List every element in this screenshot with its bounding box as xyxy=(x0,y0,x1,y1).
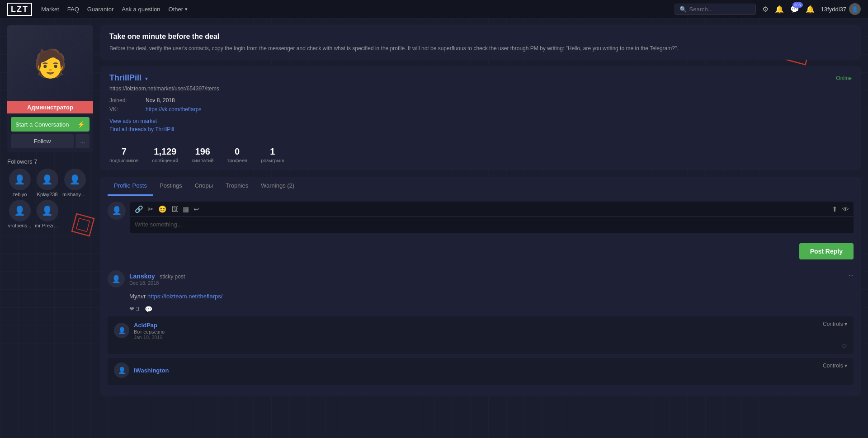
sub-comment-header: 👤 iWashington Controls ▾ xyxy=(114,363,847,378)
online-status: Online xyxy=(836,75,852,81)
undo-icon[interactable]: ↩ xyxy=(193,205,199,213)
list-item[interactable]: 👤 mishanya... xyxy=(62,169,87,197)
upload-icon[interactable]: ⬆ xyxy=(832,205,838,213)
follower-avatar: 👤 xyxy=(37,200,58,221)
follow-button[interactable]: Follow xyxy=(11,134,74,148)
username-display: 13fyddi37 xyxy=(821,6,846,13)
sub-comment-user-info: iWashington xyxy=(134,366,169,374)
editor-toolbar: 🔗 ✂ 😊 🖼 ▦ ↩ ⬆ 👁 xyxy=(130,202,854,217)
editor-textarea-wrap: 🔗 ✂ 😊 🖼 ▦ ↩ ⬆ 👁 Write something... xyxy=(130,202,854,233)
search-icon: 🔍 xyxy=(679,6,687,13)
stat-number: 1,129 xyxy=(154,146,176,157)
settings-icon[interactable]: ⚙ xyxy=(762,5,769,14)
joined-row: Joined: Nov 8, 2018 xyxy=(109,97,852,104)
emoji-icon[interactable]: 😊 xyxy=(158,205,167,213)
tab-warnings[interactable]: Warnings (2) xyxy=(255,177,301,196)
sub-comment-controls[interactable]: Controls ▾ xyxy=(823,363,847,369)
user-avatar: 👤 xyxy=(849,3,861,15)
user-menu[interactable]: 13fyddi37 👤 xyxy=(821,3,861,15)
like-button[interactable]: ❤ 3 xyxy=(129,306,139,312)
bell-icon[interactable]: 🔔 xyxy=(806,5,815,14)
follower-avatar: 👤 xyxy=(9,169,31,190)
tab-profile-posts[interactable]: Profile Posts xyxy=(108,177,153,196)
sub-comment-controls[interactable]: Controls ▾ xyxy=(823,321,847,327)
follower-avatar: 👤 xyxy=(64,169,86,190)
messages-badge: 205 xyxy=(793,2,803,8)
joined-label: Joined: xyxy=(109,97,137,104)
nav-market[interactable]: Market xyxy=(41,6,59,13)
nav-other-dropdown[interactable]: Other ▾ xyxy=(169,6,188,13)
site-logo[interactable]: LZT xyxy=(7,3,32,16)
post-date: Dec 18, 2018 xyxy=(129,280,185,286)
search-input[interactable] xyxy=(689,6,753,13)
search-bar[interactable]: 🔍 xyxy=(675,4,756,15)
start-conversation-button[interactable]: Start a Conversation ⚡ xyxy=(11,117,90,132)
tab-postings[interactable]: Postings xyxy=(153,177,189,196)
stat-label: сообщений xyxy=(152,158,179,163)
nav-faq[interactable]: FAQ xyxy=(67,6,79,13)
lightning-icon: ⚡ xyxy=(77,121,85,128)
sub-comment-user-info: AcidPap Вот серьёзно Jan 10, 2019 xyxy=(134,321,165,340)
list-item[interactable]: 👤 Kplay238 xyxy=(35,169,60,197)
follower-name: Kplay238 xyxy=(37,192,58,197)
followers-title: Followers 7 xyxy=(7,158,93,165)
post-body-link[interactable]: https://lolzteam.net/theflarps/ xyxy=(147,293,222,300)
notice-text: Before the deal, verify the user's conta… xyxy=(109,44,852,52)
profile-username-row: ThrillPill ▾ Online xyxy=(109,73,852,83)
list-item[interactable]: 👤 zebiyo xyxy=(7,169,32,197)
tab-disputes[interactable]: Споры xyxy=(189,177,219,196)
reply-editor: 👤 🔗 ✂ 😊 🖼 ▦ ↩ ⬆ 👁 W xyxy=(100,196,861,239)
vk-value[interactable]: https://vk.com/theflarps xyxy=(146,106,201,113)
post-username[interactable]: Lanskoy xyxy=(129,273,155,280)
stat-giveaways: 1 розыгрыш xyxy=(261,146,284,163)
posts-container: 👤 Lanskoy sticky post Dec 18, 2018 ... xyxy=(100,264,861,396)
editor-placeholder[interactable]: Write something... xyxy=(130,217,854,232)
profile-username[interactable]: ThrillPill xyxy=(109,73,142,82)
profile-avatar: 🧑 xyxy=(7,25,93,101)
stat-number: 7 xyxy=(122,146,127,157)
vk-row: VK: https://vk.com/theflarps xyxy=(109,106,852,113)
follower-name: vrotberis... xyxy=(8,223,31,228)
post-controls-button[interactable]: ... xyxy=(849,270,854,277)
post-body: Мульт https://lolzteam.net/theflarps/ xyxy=(129,292,854,301)
follower-avatar: 👤 xyxy=(37,169,58,190)
messages-icon[interactable]: 💬 205 xyxy=(790,5,799,14)
comment-icon[interactable]: 💬 xyxy=(145,306,152,313)
left-sidebar: 🧑 Администратор Start a Conversation ⚡ F… xyxy=(7,25,93,402)
chevron-down-icon: ▾ xyxy=(844,363,847,369)
sub-comment-like-button[interactable]: ♡ xyxy=(841,343,847,350)
nav-ask-question[interactable]: Ask a question xyxy=(122,6,160,13)
post-header: 👤 Lanskoy sticky post Dec 18, 2018 ... xyxy=(108,270,854,287)
nav-guarantor[interactable]: Guarantor xyxy=(87,6,114,13)
notifications-icon[interactable]: 🔔 xyxy=(775,5,784,14)
stat-subscribers: 7 подписчиков xyxy=(109,146,139,163)
more-options-button[interactable]: ... xyxy=(75,134,90,148)
profile-username-group: ThrillPill ▾ xyxy=(109,73,148,83)
table-icon[interactable]: ▦ xyxy=(183,205,189,213)
heart-icon: ❤ xyxy=(129,306,134,312)
preview-icon[interactable]: 👁 xyxy=(842,205,849,213)
view-ads-link[interactable]: View ads on market xyxy=(109,118,852,124)
link-icon[interactable]: 🔗 xyxy=(135,205,143,213)
editor-body: 👤 🔗 ✂ 😊 🖼 ▦ ↩ ⬆ 👁 W xyxy=(108,202,854,233)
list-item[interactable]: 👤 vrotberis... xyxy=(7,200,32,228)
image-icon[interactable]: 🖼 xyxy=(171,205,178,213)
find-threads-link[interactable]: Find all threads by ThrillPill xyxy=(109,126,852,132)
post-reply-button[interactable]: Post Reply xyxy=(799,243,854,259)
list-item[interactable]: 👤 mr Prezid... xyxy=(35,200,60,228)
sub-comment-username[interactable]: iWashington xyxy=(134,367,169,374)
tab-trophies[interactable]: Trophies xyxy=(219,177,255,196)
table-row: 👤 AcidPap Вот серьёзно Jan 10, 2019 Cont… xyxy=(108,316,854,354)
tabs-row: Profile Posts Postings Споры Trophies Wa… xyxy=(100,177,861,196)
action-buttons: Start a Conversation ⚡ Follow ... xyxy=(7,113,93,152)
vk-label: VK: xyxy=(109,106,137,113)
like-count: 3 xyxy=(136,306,139,312)
sub-comment-username[interactable]: AcidPap xyxy=(134,322,157,329)
joined-value: Nov 8, 2018 xyxy=(146,97,175,104)
follow-row: Follow ... xyxy=(11,134,90,148)
stat-messages: 1,129 сообщений xyxy=(152,146,179,163)
scissors-icon[interactable]: ✂ xyxy=(148,205,154,213)
sub-comment-avatar: 👤 xyxy=(114,363,129,378)
follower-name: mr Prezid... xyxy=(35,223,60,228)
stat-trophies: 0 трофеев xyxy=(227,146,247,163)
